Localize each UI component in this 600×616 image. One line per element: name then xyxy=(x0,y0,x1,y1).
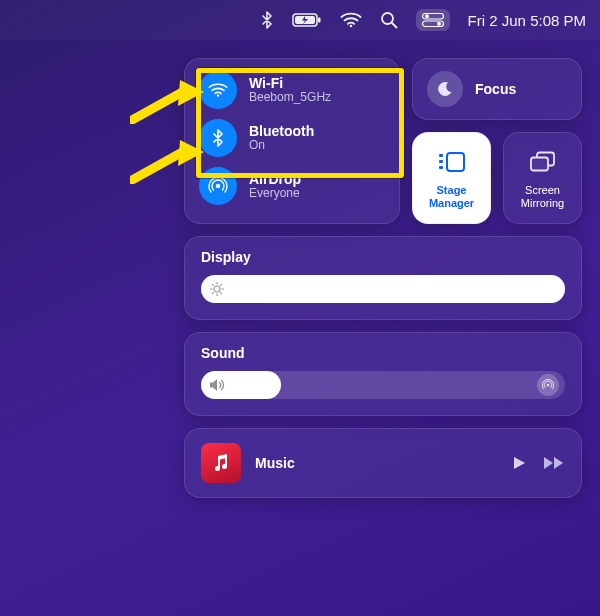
wifi-title: Wi-Fi xyxy=(249,75,331,91)
screen-mirroring-label: Screen Mirroring xyxy=(521,184,564,209)
svg-rect-14 xyxy=(439,166,443,169)
music-app-icon xyxy=(201,443,241,483)
music-label: Music xyxy=(255,455,497,471)
now-playing-tile[interactable]: Music xyxy=(184,428,582,498)
play-button[interactable] xyxy=(511,455,527,471)
stage-manager-icon xyxy=(436,146,468,178)
control-center-panel: Wi-Fi Beebom_5GHz Bluetooth On xyxy=(184,58,582,498)
sound-slider[interactable] xyxy=(201,371,565,399)
brightness-icon xyxy=(209,281,225,297)
screen-mirroring-button[interactable]: Screen Mirroring xyxy=(503,132,582,224)
airplay-audio-icon[interactable] xyxy=(537,374,559,396)
svg-point-4 xyxy=(382,13,393,24)
airdrop-toggle[interactable]: AirDrop Everyone xyxy=(199,167,385,205)
bluetooth-subtitle: On xyxy=(249,139,314,153)
svg-point-6 xyxy=(425,14,429,18)
wifi-menubar-icon[interactable] xyxy=(340,12,362,28)
control-center-icon[interactable] xyxy=(416,9,450,31)
svg-point-8 xyxy=(437,22,441,26)
svg-rect-1 xyxy=(318,18,321,23)
next-track-button[interactable] xyxy=(543,456,565,470)
connectivity-tile: Wi-Fi Beebom_5GHz Bluetooth On xyxy=(184,58,400,224)
svg-point-10 xyxy=(216,184,220,188)
wifi-toggle[interactable]: Wi-Fi Beebom_5GHz xyxy=(199,71,385,109)
airdrop-title: AirDrop xyxy=(249,171,301,187)
wifi-icon xyxy=(199,71,237,109)
bluetooth-menubar-icon[interactable] xyxy=(260,11,274,29)
svg-point-17 xyxy=(214,286,220,292)
sound-tile: Sound xyxy=(184,332,582,416)
svg-rect-16 xyxy=(531,158,548,171)
bluetooth-toggle[interactable]: Bluetooth On xyxy=(199,119,385,157)
svg-point-3 xyxy=(349,25,352,28)
sound-label: Sound xyxy=(201,345,565,361)
focus-label: Focus xyxy=(475,81,516,97)
moon-icon xyxy=(427,71,463,107)
spotlight-search-icon[interactable] xyxy=(380,11,398,29)
menu-bar: Fri 2 Jun 5:08 PM xyxy=(0,0,600,40)
svg-point-18 xyxy=(547,384,550,387)
svg-rect-12 xyxy=(439,154,443,157)
airdrop-subtitle: Everyone xyxy=(249,187,301,201)
display-slider[interactable] xyxy=(201,275,565,303)
display-tile: Display xyxy=(184,236,582,320)
battery-charging-icon[interactable] xyxy=(292,12,322,28)
menubar-datetime[interactable]: Fri 2 Jun 5:08 PM xyxy=(468,12,586,29)
airdrop-icon xyxy=(199,167,237,205)
volume-icon xyxy=(209,378,227,392)
screen-mirroring-icon xyxy=(527,146,559,178)
stage-manager-label: Stage Manager xyxy=(429,184,474,209)
svg-rect-11 xyxy=(447,153,464,171)
svg-rect-13 xyxy=(439,160,443,163)
stage-manager-button[interactable]: Stage Manager xyxy=(412,132,491,224)
bluetooth-title: Bluetooth xyxy=(249,123,314,139)
display-label: Display xyxy=(201,249,565,265)
focus-button[interactable]: Focus xyxy=(412,58,582,120)
svg-point-9 xyxy=(217,94,219,96)
wifi-subtitle: Beebom_5GHz xyxy=(249,91,331,105)
bluetooth-icon xyxy=(199,119,237,157)
